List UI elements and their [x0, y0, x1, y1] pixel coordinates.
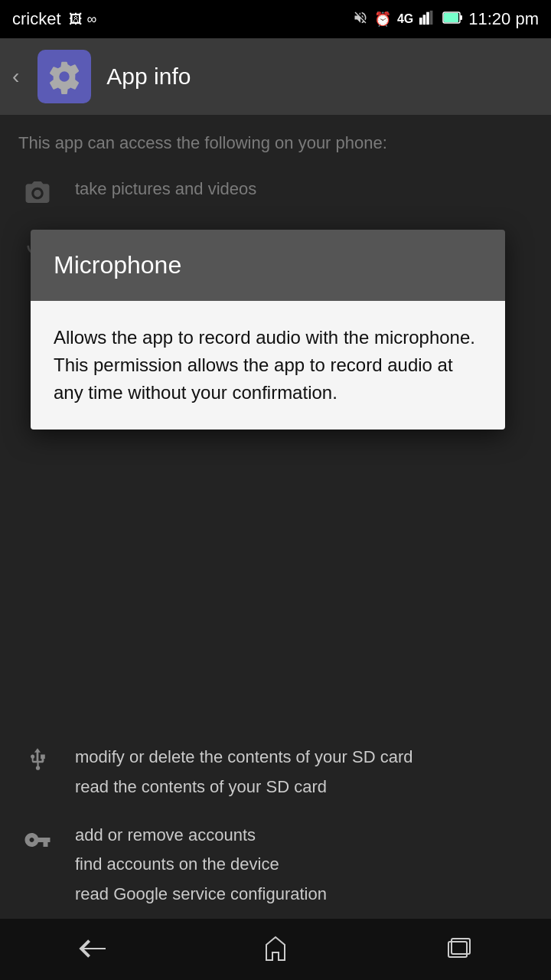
recents-nav-icon [445, 936, 473, 963]
svg-rect-6 [444, 13, 458, 22]
back-nav-button[interactable] [61, 919, 122, 980]
status-icons: 🖼 ∞ [69, 11, 97, 28]
storage-perm-text2: read the contents of your SD card [75, 776, 412, 799]
svg-rect-0 [419, 18, 422, 24]
app-icon [37, 50, 91, 103]
dialog-body-text: Allows the app to record audio with the … [54, 324, 482, 407]
microphone-dialog: Microphone Allows the app to record audi… [31, 230, 505, 430]
accounts-perm-texts: add or remove accounts find accounts on … [75, 824, 327, 906]
status-left: cricket 🖼 ∞ [12, 9, 96, 29]
accounts-perm-text1: add or remove accounts [75, 824, 327, 848]
signal-text: 4G [397, 12, 413, 26]
back-icon[interactable]: ‹ [12, 64, 19, 89]
accounts-perm-text2: find accounts on the device [75, 853, 327, 877]
nav-bar [0, 919, 551, 980]
status-bar: cricket 🖼 ∞ ⏰ 4G [0, 0, 551, 38]
clock-time: 11:20 pm [468, 9, 539, 29]
storage-perm-texts: modify or delete the contents of your SD… [75, 746, 412, 799]
app-bar: ‹ App info [0, 38, 551, 115]
app-title: App info [106, 64, 191, 90]
storage-perm-text1: modify or delete the contents of your SD… [75, 746, 412, 769]
bottom-permissions: modify or delete the contents of your SD… [0, 738, 551, 919]
svg-rect-1 [423, 15, 426, 24]
svg-rect-2 [426, 11, 429, 24]
key-icon [18, 825, 57, 861]
dialog-header: Microphone [31, 230, 505, 301]
home-nav-icon [262, 936, 289, 963]
alarm-icon: ⏰ [374, 11, 391, 28]
signal-bars-icon [419, 10, 436, 29]
carrier-name: cricket [12, 9, 61, 29]
accounts-perm-text3: read Google service configuration [75, 883, 327, 906]
recents-nav-button[interactable] [429, 919, 490, 980]
gear-icon [47, 59, 82, 94]
svg-rect-3 [430, 10, 433, 24]
voicemail-icon: ∞ [87, 11, 97, 28]
home-nav-button[interactable] [245, 919, 306, 980]
svg-rect-5 [460, 15, 462, 20]
status-right: ⏰ 4G 11:20 pm [353, 9, 539, 29]
main-content: This app can access the following on you… [0, 115, 551, 919]
battery-icon [442, 11, 462, 28]
usb-icon [18, 747, 57, 782]
mute-icon [353, 10, 368, 29]
accounts-permission-item: add or remove accounts find accounts on … [0, 812, 551, 919]
back-nav-icon [77, 937, 107, 962]
dialog-title: Microphone [54, 251, 181, 279]
image-icon: 🖼 [69, 11, 83, 28]
dialog-body: Allows the app to record audio with the … [31, 301, 505, 430]
storage-permission-item: modify or delete the contents of your SD… [0, 738, 551, 812]
